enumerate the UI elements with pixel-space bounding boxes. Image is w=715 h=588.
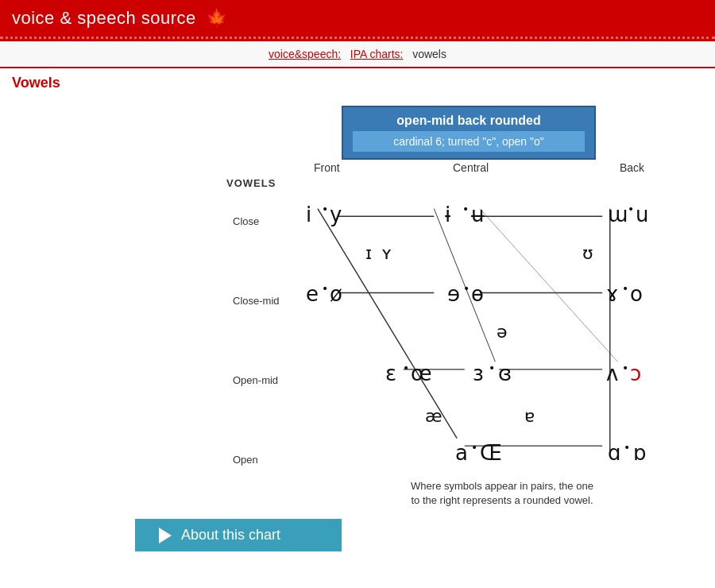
about-button[interactable]: About this chart (135, 519, 342, 551)
breadcrumb-ipa-charts[interactable]: IPA charts: (350, 48, 404, 60)
ipa-baro[interactable]: ɵ (471, 282, 484, 306)
row-label-open: Open (233, 454, 258, 466)
ipa-ae[interactable]: æ (425, 406, 443, 426)
ipa-a[interactable]: a (455, 441, 468, 465)
ipa-epsilon[interactable]: ɛ (385, 362, 396, 385)
ipa-I[interactable]: ɪ (365, 243, 372, 263)
ipa-closedrevepsilon[interactable]: ɞ (498, 362, 512, 385)
ipa-dot-cmid-central: • (463, 282, 470, 295)
ipa-ubar[interactable]: ʉ (471, 203, 484, 226)
breadcrumb-voice-speech[interactable]: voice&speech: (269, 48, 341, 60)
ipa-upsilon[interactable]: ʊ (582, 243, 593, 263)
ipa-dot-close-back: • (628, 203, 634, 215)
row-label-close-mid: Close-mid (233, 295, 280, 307)
col-header-central: Central (453, 161, 489, 174)
col-header-front: Front (314, 161, 340, 174)
ipa-OE[interactable]: Œ (480, 441, 502, 465)
ipa-i[interactable]: i (306, 203, 311, 226)
ipa-y[interactable]: y (330, 203, 342, 226)
vowels-label: VOWELS (226, 177, 276, 189)
ipa-ibar[interactable]: ɨ (445, 203, 450, 226)
about-button-label: About this chart (181, 527, 280, 544)
ipa-oe[interactable]: œ (411, 362, 432, 385)
ipa-oslash[interactable]: ø (330, 282, 342, 306)
ipa-mturned[interactable]: ɯ (608, 203, 628, 226)
ipa-dot-close-front: • (322, 203, 328, 215)
ipa-dot-open-front: • (471, 441, 477, 454)
ipa-dot-close-central: • (462, 203, 469, 215)
ipa-gamma[interactable]: ɤ (606, 282, 619, 306)
ipa-script-a[interactable]: ɑ (608, 441, 621, 465)
header-title: voice & speech source 🍁 (12, 8, 228, 29)
ipa-schwa[interactable]: ə (497, 322, 508, 342)
ipa-revepsilon2[interactable]: ɜ (473, 362, 484, 385)
col-header-back: Back (620, 161, 644, 174)
ipa-revepsilon[interactable]: ɘ (447, 282, 460, 306)
breadcrumb-current: vowels (412, 48, 446, 60)
ipa-dot-omid-front: • (403, 362, 409, 374)
row-label-open-mid: Open-mid (233, 374, 278, 386)
ipa-turned-script-a[interactable]: ɒ (633, 441, 647, 465)
chart-lines (12, 98, 703, 511)
ipa-dot-open-back: • (624, 441, 630, 454)
chart-container: VOWELS Front Central Back Close Close-mi… (12, 98, 703, 511)
maple-leaf-icon: 🍁 (206, 8, 228, 28)
ipa-dot-cmid-front: • (322, 282, 328, 295)
ipa-dot-omid-central: • (489, 362, 495, 374)
ipa-dot-cmid-back: • (622, 282, 628, 295)
ipa-openo[interactable]: ɔ (630, 362, 641, 385)
header: voice & speech source 🍁 (0, 0, 715, 37)
ipa-e[interactable]: e (306, 282, 319, 306)
ipa-wedge[interactable]: ʌ (606, 362, 618, 385)
play-icon (159, 528, 172, 544)
ipa-turna[interactable]: ɐ (524, 406, 535, 426)
ipa-o[interactable]: o (630, 282, 643, 306)
main-content: open-mid back rounded cardinal 6; turned… (0, 98, 715, 567)
breadcrumb: voice&speech: IPA charts: vowels (0, 41, 715, 68)
row-label-close: Close (233, 215, 259, 227)
ipa-u[interactable]: u (636, 203, 648, 226)
ipa-Y[interactable]: ʏ (381, 243, 392, 263)
page-title: Vowels (0, 68, 715, 98)
ipa-dot-omid-back: • (622, 362, 628, 374)
pair-note: Where symbols appear in pairs, the oneto… (379, 479, 625, 508)
